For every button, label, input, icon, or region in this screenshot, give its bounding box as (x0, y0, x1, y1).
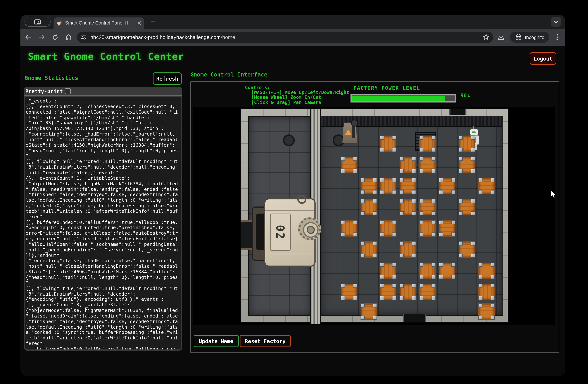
machine-02: 02 (264, 198, 315, 267)
mouse-cursor (551, 191, 557, 199)
crate (439, 263, 455, 279)
factory-power-label: FACTORY POWER LEVEL (354, 85, 473, 91)
url-path: /home (221, 34, 235, 40)
incognito-icon (515, 34, 522, 40)
factory-map: 02 (240, 108, 509, 323)
tab-strip-chevron-button[interactable] (551, 17, 561, 27)
stats-heading: Gnome Statistics (24, 75, 78, 81)
factory-power: FACTORY POWER LEVEL 90% (351, 85, 473, 102)
power-lever-knob (351, 120, 358, 127)
machine-hook (297, 195, 306, 204)
controls-title: Controls: (245, 85, 349, 90)
home-button[interactable] (63, 32, 74, 43)
crate (419, 263, 436, 279)
url-text[interactable]: hhc25-smartgnomehack-prod.holidayhackcha… (90, 34, 483, 40)
crate (380, 178, 396, 194)
crate (380, 263, 396, 279)
kebab-menu-icon (556, 34, 558, 40)
crate (478, 284, 495, 300)
crate (360, 199, 377, 215)
ceiling-light-left (283, 134, 295, 146)
controls-help: Controls: [WASD/↑←↓→] Move Up/Left/Down/… (245, 85, 349, 105)
action-buttons: Update Name Reset Factory (194, 335, 291, 347)
stats-json-text: {"_events": {},"_eventsCount":2,"_closes… (25, 97, 181, 349)
crate (380, 135, 396, 152)
crate (419, 135, 436, 152)
incognito-label: Incognito (525, 34, 545, 40)
crate (419, 157, 436, 173)
tab-title: Smart Gnome Control Panel H (65, 20, 135, 26)
crate (380, 220, 396, 237)
site-settings-icon[interactable] (81, 34, 87, 40)
crate (399, 284, 416, 300)
crate (399, 157, 416, 173)
crate (341, 284, 357, 300)
crate (439, 220, 455, 237)
page-content: Smart Gnome Control Center Logout Gnome … (21, 46, 565, 376)
control-heading: Gnome Control Interface (190, 71, 267, 78)
crate (399, 199, 416, 215)
control-panel: Controls: [WASD/↑←↓→] Move Up/Left/Down/… (190, 81, 559, 353)
page-title: Smart Gnome Control Center (28, 51, 184, 62)
tab-strip: Smart Gnome Control Panel H + (21, 15, 565, 29)
url-bar[interactable]: hhc25-smartgnomehack-prod.holidayhackcha… (77, 31, 493, 43)
gnome-statistics-section: Gnome Statistics Refresh Pretty-print {"… (24, 72, 182, 86)
crate (399, 241, 416, 258)
screen: Smart Gnome Control Panel H + (0, 0, 588, 384)
stats-json-area[interactable]: {"_events": {},"_eventsCount":2,"_closes… (25, 97, 181, 349)
forward-icon (38, 34, 45, 40)
tab-search-button[interactable] (24, 17, 51, 27)
machine-gear (298, 217, 321, 240)
back-button[interactable] (23, 32, 34, 43)
robot-visor (472, 132, 476, 133)
browser-toolbar: hhc25-smartgnomehack-prod.holidayhackcha… (21, 29, 565, 46)
logout-button[interactable]: Logout (530, 52, 556, 65)
controls-line-move: [WASD/↑←↓→] Move Up/Left/Down/Right (251, 90, 349, 95)
crate (419, 199, 436, 215)
game-canvas[interactable]: 02 (193, 107, 555, 325)
controls-line-pan: [Click & Drag] Pan Camera (251, 100, 349, 105)
crate (360, 241, 377, 258)
pretty-print-checkbox[interactable] (65, 88, 71, 94)
browser-window: Smart Gnome Control Panel H + (21, 15, 565, 376)
browser-tab[interactable]: Smart Gnome Control Panel H (54, 18, 144, 29)
reset-factory-button[interactable]: Reset Factory (240, 335, 291, 347)
back-icon (25, 34, 32, 40)
refresh-button[interactable]: Refresh (153, 72, 182, 85)
home-icon (65, 34, 72, 40)
crate (341, 157, 357, 173)
forward-button[interactable] (36, 32, 47, 43)
downloads-button[interactable] (495, 32, 507, 43)
crate (459, 135, 475, 152)
url-domain: hhc25-smartgnomehack-prod.holidayhackcha… (90, 34, 221, 40)
crate (360, 303, 377, 320)
crate (459, 157, 475, 173)
machine-gear-hub (307, 226, 315, 234)
pretty-print-row: Pretty-print (24, 87, 182, 96)
power-percent: 90% (461, 93, 470, 98)
browser-menu-button[interactable] (552, 32, 563, 43)
crate (380, 284, 396, 300)
crate (341, 220, 357, 237)
bottom-door-gap (403, 314, 426, 322)
reload-button[interactable] (49, 32, 61, 43)
update-name-button[interactable]: Update Name (194, 335, 238, 347)
tab-close-icon[interactable] (138, 21, 141, 25)
crate (478, 303, 495, 320)
bookmark-star-icon[interactable] (483, 34, 489, 40)
satellite-favicon (57, 20, 63, 26)
incognito-badge[interactable]: Incognito (510, 32, 549, 43)
crate (360, 178, 377, 194)
crate (478, 178, 495, 194)
crate (419, 284, 436, 300)
power-bar-fill (352, 96, 445, 101)
reload-icon (52, 34, 58, 40)
stats-panel: Pretty-print {"_events": {},"_eventsCoun… (24, 87, 182, 351)
machine-number: 02 (274, 225, 287, 240)
crate (399, 178, 416, 194)
crate (439, 178, 455, 194)
crate (478, 263, 495, 279)
crate (419, 220, 436, 237)
new-tab-button[interactable]: + (151, 18, 155, 26)
crate (459, 241, 475, 258)
